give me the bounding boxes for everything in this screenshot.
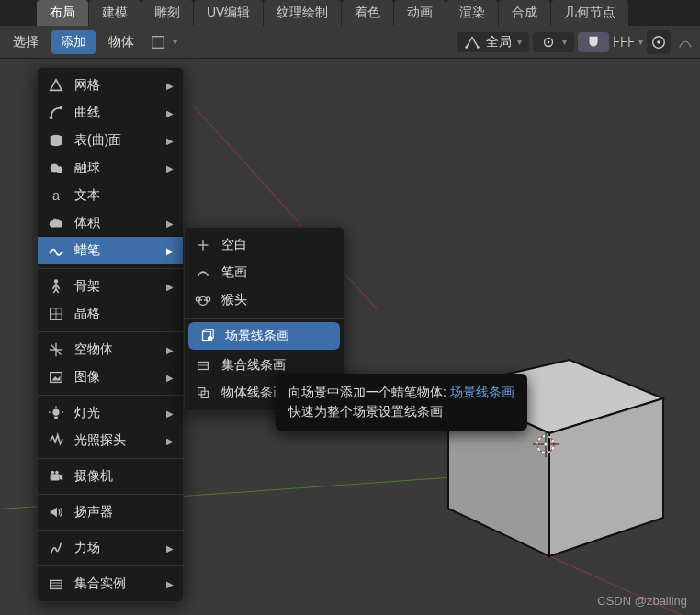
svg-marker-30	[52, 375, 61, 380]
svg-point-38	[55, 471, 59, 475]
workspace-tab[interactable]: 动画	[394, 0, 446, 26]
add-menu-item[interactable]: 体积▶	[38, 209, 183, 237]
menu-item-label: 蜡笔	[74, 242, 157, 259]
tooltip-line2: 快速为整个场景设置线条画	[288, 402, 514, 421]
add-menu-item[interactable]: 曲线▶	[38, 99, 183, 127]
svg-rect-39	[51, 580, 62, 588]
svg-text:a: a	[52, 188, 60, 203]
chevron-right-icon: ▶	[166, 345, 174, 355]
gpencil-menu-item[interactable]: 场景线条画	[188, 322, 340, 350]
menu-item-label: 融球	[74, 160, 157, 176]
speaker-icon	[47, 503, 65, 521]
workspace-tab[interactable]: 建模	[89, 0, 141, 26]
orientation-dropdown[interactable]: 全局 ▾	[457, 32, 529, 52]
add-menu-item[interactable]: 蜡笔▶	[38, 237, 183, 264]
workspace-tab[interactable]: 着色	[342, 0, 393, 26]
svg-point-22	[54, 279, 59, 284]
menu-item-label: 网格	[74, 77, 157, 94]
svg-rect-50	[198, 362, 209, 369]
add-menu-popup: 网格▶曲线▶表(曲)面▶融球▶a文本体积▶蜡笔▶骨架▶晶格空物体▶图像▶灯光▶光…	[37, 67, 184, 602]
collection-icon	[47, 575, 65, 593]
add-menu-item[interactable]: 表(曲)面▶	[38, 127, 183, 154]
add-menu-item[interactable]: 图像▶	[38, 363, 183, 391]
armature-icon	[47, 277, 65, 296]
menu-item-label: 猴头	[221, 292, 334, 308]
workspace-tab[interactable]: 布局	[37, 0, 88, 26]
menu-item-label: 体积	[74, 215, 157, 231]
add-menu-item[interactable]: 网格▶	[38, 72, 183, 99]
chevron-right-icon: ▶	[166, 282, 174, 292]
svg-point-1	[465, 46, 468, 49]
gpencil-menu-item[interactable]: 猴头	[185, 286, 344, 314]
workspace-tab[interactable]: 合成	[499, 0, 550, 26]
svg-point-47	[200, 299, 202, 301]
svg-rect-0	[152, 36, 164, 48]
add-menu-button[interactable]: 添加	[51, 30, 96, 54]
workspace-tab[interactable]: UV编辑	[194, 0, 263, 26]
svg-marker-36	[60, 474, 63, 480]
object-menu[interactable]: 物体	[99, 30, 143, 54]
chevron-right-icon: ▶	[166, 108, 174, 118]
stroke-icon	[194, 263, 212, 282]
add-menu-item[interactable]: 融球▶	[38, 154, 183, 182]
blank-icon	[194, 236, 212, 254]
tooltip-link: 场景线条画	[450, 385, 514, 399]
select-menu[interactable]: 选择	[4, 30, 48, 54]
monkey-icon	[194, 291, 212, 309]
menu-item-label: 表(曲)面	[74, 132, 157, 149]
edit-mode-icon[interactable]	[147, 31, 169, 53]
svg-point-6	[657, 40, 660, 44]
proportional-edit-toggle[interactable]	[647, 30, 671, 54]
menu-item-label: 曲线	[74, 105, 157, 121]
gpencil-menu-item[interactable]: 笔画	[185, 259, 344, 286]
menu-item-label: 灯光	[74, 405, 157, 421]
add-menu-item[interactable]: a文本	[38, 182, 183, 209]
chevron-right-icon: ▶	[166, 373, 174, 383]
workspace-tab[interactable]: 几何节点	[551, 0, 628, 26]
svg-point-45	[196, 297, 200, 302]
tooltip: 向场景中添加一个蜡笔物体: 场景线条画 快速为整个场景设置线条画	[276, 374, 527, 430]
workspace-tab[interactable]: 雕刻	[141, 0, 193, 26]
lineart2-icon	[194, 356, 212, 375]
menu-item-label: 摄像机	[74, 468, 174, 485]
chevron-right-icon: ▶	[166, 163, 174, 173]
menu-item-label: 骨架	[74, 278, 157, 295]
pivot-dropdown[interactable]: ▾	[533, 32, 574, 52]
add-menu-item[interactable]: 摄像机	[38, 463, 183, 490]
curve-icon	[47, 104, 65, 122]
workspace-tab[interactable]: 纹理绘制	[264, 0, 341, 26]
gpencil-menu-item[interactable]: 空白	[185, 231, 344, 259]
light-icon	[47, 404, 65, 422]
header-toolbar: 选择 添加 物体 ▾ 全局 ▾ ▾ ⊦⊦⊦ ▾	[0, 26, 700, 59]
add-menu-item[interactable]: 光照探头▶	[38, 427, 183, 454]
add-menu-item[interactable]: 集合实例▶	[38, 570, 183, 598]
chevron-right-icon: ▶	[166, 543, 174, 554]
menu-item-label: 图像	[74, 369, 157, 386]
snap-increment-icon[interactable]: ⊦⊦⊦	[613, 31, 635, 53]
menu-item-label: 笔画	[221, 264, 334, 281]
chevron-right-icon: ▶	[166, 246, 174, 256]
camera-icon	[47, 467, 65, 486]
snap-toggle[interactable]	[578, 32, 609, 52]
falloff-icon[interactable]	[674, 31, 696, 53]
svg-point-48	[204, 299, 206, 301]
chevron-right-icon: ▶	[166, 408, 174, 419]
cursor-3d-icon	[531, 430, 560, 459]
add-menu-item[interactable]: 灯光▶	[38, 399, 183, 427]
add-menu-item[interactable]: 晶格	[38, 300, 183, 328]
lightprobe-icon	[47, 431, 65, 450]
triangle-icon	[47, 76, 65, 95]
add-menu-item[interactable]: 空物体▶	[38, 336, 183, 363]
add-menu-item[interactable]: 扬声器	[38, 498, 183, 526]
menu-item-label: 晶格	[74, 306, 174, 322]
chevron-right-icon: ▶	[166, 436, 174, 446]
add-menu-item[interactable]: 骨架▶	[38, 273, 183, 300]
proportional-icon	[650, 34, 667, 50]
menu-item-label: 力场	[74, 540, 157, 556]
workspace-tab[interactable]: 渲染	[446, 0, 498, 26]
add-menu-item[interactable]: 力场▶	[38, 534, 183, 562]
menu-item-label: 文本	[74, 187, 174, 204]
svg-point-18	[56, 166, 62, 173]
svg-point-21	[61, 251, 63, 253]
menu-item-label: 集合实例	[74, 576, 157, 592]
